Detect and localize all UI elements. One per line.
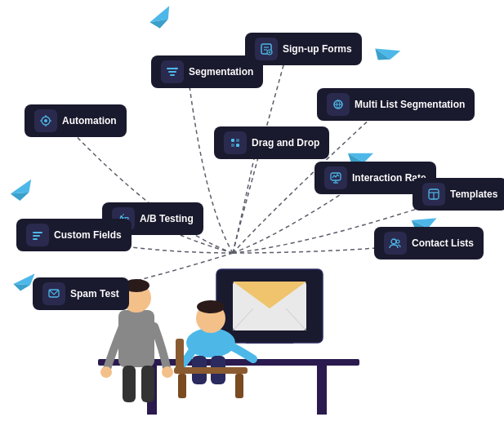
svg-rect-18 (233, 282, 306, 330)
badge-drag-drop: Drag and Drop (214, 126, 329, 159)
svg-rect-16 (263, 318, 276, 341)
svg-marker-19 (233, 282, 306, 308)
svg-rect-49 (231, 144, 234, 147)
svg-point-22 (186, 328, 235, 357)
svg-marker-2 (373, 42, 400, 61)
svg-rect-14 (317, 366, 327, 415)
svg-rect-13 (147, 366, 157, 415)
svg-rect-68 (33, 232, 42, 233)
badge-automation: Automation (25, 104, 127, 137)
svg-marker-5 (11, 188, 31, 203)
svg-rect-30 (123, 366, 136, 402)
badge-signup-forms: Sign-up Forms (245, 33, 362, 65)
svg-marker-11 (13, 281, 30, 291)
badge-custom-fields: Custom Fields (16, 219, 132, 251)
svg-rect-25 (192, 356, 207, 384)
svg-rect-35 (178, 374, 186, 398)
svg-point-33 (162, 366, 173, 378)
badge-templates: Templates (413, 178, 504, 211)
svg-marker-3 (372, 49, 392, 64)
segmentation-icon (161, 60, 184, 83)
badge-multi-list: Multi List Segmentation (317, 88, 475, 121)
signup-forms-icon (255, 38, 278, 60)
svg-line-20 (233, 308, 253, 330)
svg-line-21 (286, 308, 306, 330)
spam-test-icon (42, 282, 65, 305)
svg-point-57 (391, 239, 396, 244)
svg-rect-15 (245, 339, 294, 344)
svg-rect-36 (235, 374, 243, 398)
svg-point-24 (197, 300, 225, 313)
svg-rect-48 (236, 139, 239, 142)
svg-marker-4 (8, 180, 35, 198)
svg-rect-47 (231, 139, 234, 142)
templates-icon (422, 183, 445, 206)
svg-point-32 (100, 366, 112, 378)
badge-contact-lists: Contact Lists (374, 227, 484, 259)
svg-point-60 (44, 119, 47, 122)
svg-rect-12 (98, 359, 359, 366)
svg-rect-17 (216, 269, 323, 343)
custom-fields-icon (26, 224, 49, 246)
svg-marker-1 (149, 15, 170, 31)
multi-list-icon (327, 93, 350, 116)
svg-point-23 (196, 304, 225, 333)
svg-marker-0 (147, 6, 174, 26)
svg-rect-50 (236, 144, 239, 147)
drag-drop-icon (224, 131, 247, 154)
svg-marker-38 (176, 67, 177, 70)
svg-rect-26 (211, 356, 225, 384)
main-canvas: Segmentation Sign-up Forms Multi L (0, 0, 504, 448)
svg-rect-70 (33, 238, 38, 240)
svg-rect-69 (33, 235, 40, 237)
svg-rect-34 (174, 367, 248, 374)
badge-spam-test: Spam Test (33, 277, 129, 310)
svg-rect-31 (141, 366, 154, 402)
automation-icon (34, 109, 57, 132)
contact-lists-icon (384, 232, 407, 255)
svg-rect-27 (118, 310, 154, 367)
svg-rect-37 (176, 339, 184, 371)
interaction-icon (324, 166, 347, 189)
